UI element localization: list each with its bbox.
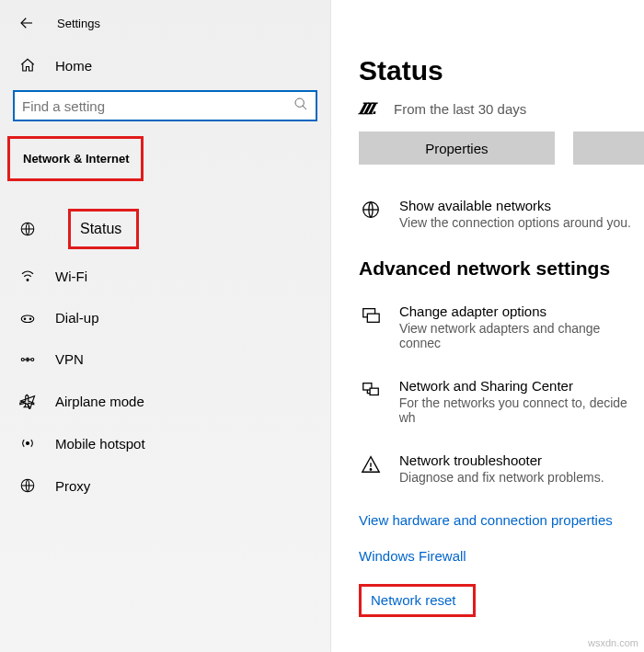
- svg-point-8: [27, 442, 29, 445]
- button-row: Properties: [359, 132, 644, 165]
- sidebar-item-label: Proxy: [55, 478, 90, 494]
- troubleshooter-item[interactable]: Network troubleshooter Diagnose and fix …: [359, 452, 644, 485]
- proxy-icon: [18, 477, 37, 494]
- svg-rect-12: [367, 314, 379, 322]
- vpn-icon: [18, 353, 37, 366]
- svg-point-2: [27, 280, 29, 281]
- globe-icon: [359, 198, 383, 230]
- adapter-options-item[interactable]: Change adapter options View network adap…: [359, 303, 644, 350]
- search-container: [0, 90, 330, 132]
- svg-point-6: [21, 358, 24, 360]
- list-item-text: Change adapter options View network adap…: [399, 303, 644, 350]
- hotspot-icon: [18, 435, 37, 452]
- svg-point-5: [29, 318, 31, 320]
- list-item-text: Show available networks View the connect…: [399, 198, 631, 230]
- back-icon[interactable]: [18, 15, 35, 31]
- sidebar-item-hotspot[interactable]: Mobile hotspot: [0, 422, 330, 464]
- sidebar-item-dialup[interactable]: Dial-up: [0, 297, 330, 338]
- sidebar-item-proxy[interactable]: Proxy: [0, 464, 330, 507]
- properties-button[interactable]: Properties: [359, 132, 555, 165]
- list-item-title: Network and Sharing Center: [399, 378, 644, 394]
- sidebar-nav: Status Wi-Fi Dial-up: [0, 196, 330, 507]
- list-item-desc: View the connection options around you.: [399, 215, 631, 230]
- list-item-desc: For the networks you connect to, decide …: [399, 395, 644, 425]
- list-item-title: Show available networks: [399, 198, 631, 213]
- secondary-button[interactable]: [573, 132, 644, 165]
- adapter-icon: [359, 303, 383, 350]
- svg-point-7: [31, 358, 34, 360]
- sidebar-item-status[interactable]: Status: [0, 203, 330, 255]
- main-content: Status 𝑰𝑰𝑰. From the last 30 days Proper…: [331, 0, 644, 652]
- category-header: Network & Internet: [10, 139, 141, 178]
- sidebar-item-home[interactable]: Home: [0, 48, 330, 90]
- dialup-icon: [18, 312, 37, 325]
- sidebar-item-label: Mobile hotspot: [55, 436, 145, 452]
- watermark: wsxdn.com: [588, 637, 638, 648]
- sidebar-item-label: Airplane mode: [55, 394, 144, 409]
- sharing-center-item[interactable]: Network and Sharing Center For the netwo…: [359, 378, 644, 425]
- firewall-link[interactable]: Windows Firewall: [359, 548, 466, 564]
- sidebar-item-wifi[interactable]: Wi-Fi: [0, 255, 330, 297]
- list-item-text: Network and Sharing Center For the netwo…: [399, 378, 644, 425]
- page-title: Status: [359, 55, 644, 86]
- show-networks-item[interactable]: Show available networks View the connect…: [359, 198, 644, 230]
- sidebar-item-label: VPN: [55, 351, 84, 367]
- sharing-icon: [359, 378, 383, 425]
- svg-rect-14: [370, 388, 378, 395]
- sidebar-item-airplane[interactable]: Airplane mode: [0, 380, 330, 422]
- title-bar: Settings: [0, 7, 330, 48]
- network-reset-link[interactable]: Network reset: [371, 592, 456, 608]
- svg-point-3: [21, 315, 34, 323]
- svg-point-4: [24, 318, 26, 320]
- settings-sidebar: Settings Home Network & Internet: [0, 0, 331, 652]
- search-box[interactable]: [13, 90, 317, 121]
- status-summary: 𝑰𝑰𝑰. From the last 30 days: [359, 99, 644, 119]
- advanced-heading: Advanced network settings: [359, 257, 644, 280]
- sidebar-item-label: Dial-up: [55, 310, 99, 326]
- list-item-desc: View network adapters and change connec: [399, 321, 644, 350]
- sidebar-item-label: Wi-Fi: [55, 269, 87, 284]
- hardware-link[interactable]: View hardware and connection properties: [359, 512, 613, 528]
- search-input[interactable]: [22, 98, 293, 114]
- wifi-icon: [18, 268, 37, 284]
- sidebar-item-vpn[interactable]: VPN: [0, 338, 330, 380]
- list-item-title: Network troubleshooter: [399, 452, 604, 468]
- sidebar-item-label: Status: [80, 221, 121, 237]
- list-item-title: Change adapter options: [399, 303, 644, 319]
- list-item-desc: Diagnose and fix network problems.: [399, 470, 604, 485]
- reset-highlight: Network reset: [359, 584, 476, 617]
- airplane-icon: [18, 393, 37, 409]
- app-title: Settings: [57, 17, 100, 30]
- home-label: Home: [55, 58, 92, 74]
- list-item-text: Network troubleshooter Diagnose and fix …: [399, 452, 604, 485]
- status-highlight: Status: [68, 209, 139, 249]
- search-icon: [293, 97, 308, 115]
- category-highlight: Network & Internet: [7, 136, 144, 181]
- home-icon: [18, 57, 37, 74]
- button-label: Properties: [425, 141, 488, 156]
- globe-icon: [18, 221, 37, 237]
- warning-icon: [359, 452, 383, 485]
- status-subhead: From the last 30 days: [394, 101, 526, 117]
- signal-icon: 𝑰𝑰𝑰.: [359, 99, 375, 119]
- svg-point-0: [295, 98, 304, 107]
- svg-point-15: [370, 469, 371, 470]
